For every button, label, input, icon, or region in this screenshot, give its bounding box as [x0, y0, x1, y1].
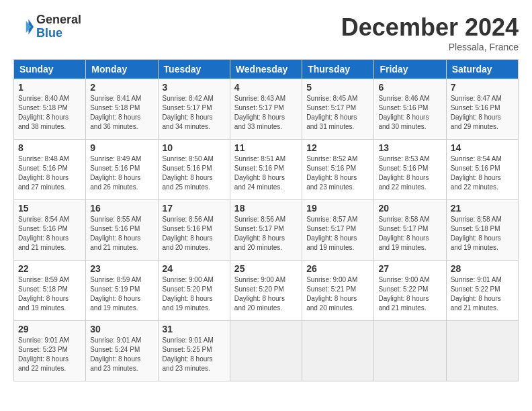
- calendar-cell: 5Sunrise: 8:45 AM Sunset: 5:17 PM Daylig…: [302, 79, 374, 140]
- calendar-cell: 17Sunrise: 8:56 AM Sunset: 5:16 PM Dayli…: [158, 200, 230, 261]
- col-thursday: Thursday: [302, 60, 374, 79]
- day-number: 17: [163, 203, 226, 214]
- calendar-cell: 25Sunrise: 9:00 AM Sunset: 5:20 PM Dayli…: [230, 261, 302, 321]
- day-number: 29: [18, 324, 81, 334]
- day-info: Sunrise: 9:01 AM Sunset: 5:24 PM Dayligh…: [90, 336, 153, 373]
- day-info: Sunrise: 8:51 AM Sunset: 5:16 PM Dayligh…: [234, 154, 298, 192]
- week-row-5: 29Sunrise: 9:01 AM Sunset: 5:23 PM Dayli…: [14, 321, 519, 381]
- day-info: Sunrise: 8:55 AM Sunset: 5:16 PM Dayligh…: [90, 215, 153, 253]
- week-row-4: 22Sunrise: 8:59 AM Sunset: 5:18 PM Dayli…: [14, 261, 519, 321]
- calendar-cell: 6Sunrise: 8:46 AM Sunset: 5:16 PM Daylig…: [374, 79, 446, 140]
- calendar-cell: 18Sunrise: 8:56 AM Sunset: 5:17 PM Dayli…: [230, 200, 302, 261]
- calendar-cell: 8Sunrise: 8:48 AM Sunset: 5:16 PM Daylig…: [14, 140, 86, 200]
- calendar-cell: 23Sunrise: 8:59 AM Sunset: 5:19 PM Dayli…: [86, 261, 158, 321]
- day-info: Sunrise: 8:45 AM Sunset: 5:17 PM Dayligh…: [306, 94, 369, 132]
- day-info: Sunrise: 9:00 AM Sunset: 5:22 PM Dayligh…: [378, 275, 441, 313]
- day-number: 2: [90, 82, 153, 93]
- day-number: 22: [18, 263, 81, 274]
- day-number: 20: [378, 203, 441, 214]
- calendar-cell: 13Sunrise: 8:53 AM Sunset: 5:16 PM Dayli…: [374, 140, 446, 200]
- day-number: 30: [90, 324, 153, 334]
- calendar-cell: 16Sunrise: 8:55 AM Sunset: 5:16 PM Dayli…: [86, 200, 158, 261]
- day-info: Sunrise: 8:53 AM Sunset: 5:16 PM Dayligh…: [378, 154, 441, 192]
- col-wednesday: Wednesday: [230, 60, 302, 79]
- day-number: 26: [306, 263, 369, 274]
- day-number: 8: [18, 142, 81, 153]
- day-number: 7: [451, 82, 514, 93]
- day-info: Sunrise: 8:40 AM Sunset: 5:18 PM Dayligh…: [18, 94, 81, 132]
- day-info: Sunrise: 9:01 AM Sunset: 5:25 PM Dayligh…: [163, 336, 226, 373]
- calendar-cell: 14Sunrise: 8:54 AM Sunset: 5:16 PM Dayli…: [446, 140, 518, 200]
- day-info: Sunrise: 9:00 AM Sunset: 5:20 PM Dayligh…: [234, 275, 298, 313]
- calendar-cell: 2Sunrise: 8:41 AM Sunset: 5:18 PM Daylig…: [86, 79, 158, 140]
- week-row-1: 1Sunrise: 8:40 AM Sunset: 5:18 PM Daylig…: [14, 79, 519, 140]
- calendar-cell: 15Sunrise: 8:54 AM Sunset: 5:16 PM Dayli…: [14, 200, 86, 261]
- calendar-cell: [446, 321, 518, 381]
- calendar-cell: 31Sunrise: 9:01 AM Sunset: 5:25 PM Dayli…: [158, 321, 230, 381]
- day-number: 31: [163, 324, 226, 334]
- day-number: 3: [163, 82, 226, 93]
- day-number: 1: [18, 82, 81, 93]
- day-number: 4: [234, 82, 298, 93]
- day-info: Sunrise: 8:46 AM Sunset: 5:16 PM Dayligh…: [378, 94, 441, 132]
- day-info: Sunrise: 8:56 AM Sunset: 5:17 PM Dayligh…: [234, 215, 298, 253]
- day-number: 12: [306, 142, 369, 153]
- calendar-cell: 26Sunrise: 9:00 AM Sunset: 5:21 PM Dayli…: [302, 261, 374, 321]
- day-info: Sunrise: 8:59 AM Sunset: 5:19 PM Dayligh…: [90, 275, 153, 313]
- calendar-cell: 12Sunrise: 8:52 AM Sunset: 5:16 PM Dayli…: [302, 140, 374, 200]
- calendar-cell: [302, 321, 374, 381]
- calendar-cell: 10Sunrise: 8:50 AM Sunset: 5:16 PM Dayli…: [158, 140, 230, 200]
- week-row-2: 8Sunrise: 8:48 AM Sunset: 5:16 PM Daylig…: [14, 140, 519, 200]
- day-info: Sunrise: 8:56 AM Sunset: 5:16 PM Dayligh…: [163, 215, 226, 253]
- day-number: 23: [90, 263, 153, 274]
- day-number: 6: [378, 82, 441, 93]
- col-saturday: Saturday: [446, 60, 518, 79]
- day-info: Sunrise: 9:01 AM Sunset: 5:23 PM Dayligh…: [18, 336, 81, 373]
- calendar-cell: 24Sunrise: 9:00 AM Sunset: 5:20 PM Dayli…: [158, 261, 230, 321]
- col-monday: Monday: [86, 60, 158, 79]
- calendar-cell: 20Sunrise: 8:58 AM Sunset: 5:17 PM Dayli…: [374, 200, 446, 261]
- calendar-table: Sunday Monday Tuesday Wednesday Thursday…: [13, 59, 519, 381]
- logo: General Blue: [13, 13, 81, 40]
- day-info: Sunrise: 8:47 AM Sunset: 5:16 PM Dayligh…: [451, 94, 514, 132]
- day-number: 10: [163, 142, 226, 153]
- col-tuesday: Tuesday: [158, 60, 230, 79]
- day-info: Sunrise: 8:52 AM Sunset: 5:16 PM Dayligh…: [306, 154, 369, 192]
- day-number: 15: [18, 203, 81, 214]
- day-number: 28: [451, 263, 514, 274]
- calendar-cell: 29Sunrise: 9:01 AM Sunset: 5:23 PM Dayli…: [14, 321, 86, 381]
- day-number: 25: [234, 263, 298, 274]
- calendar-cell: 9Sunrise: 8:49 AM Sunset: 5:16 PM Daylig…: [86, 140, 158, 200]
- day-info: Sunrise: 8:58 AM Sunset: 5:18 PM Dayligh…: [451, 215, 514, 253]
- week-row-3: 15Sunrise: 8:54 AM Sunset: 5:16 PM Dayli…: [14, 200, 519, 261]
- calendar-cell: 19Sunrise: 8:57 AM Sunset: 5:17 PM Dayli…: [302, 200, 374, 261]
- calendar-cell: 4Sunrise: 8:43 AM Sunset: 5:17 PM Daylig…: [230, 79, 302, 140]
- logo-general: General: [36, 13, 81, 27]
- calendar-cell: 7Sunrise: 8:47 AM Sunset: 5:16 PM Daylig…: [446, 79, 518, 140]
- calendar-cell: 11Sunrise: 8:51 AM Sunset: 5:16 PM Dayli…: [230, 140, 302, 200]
- day-info: Sunrise: 8:59 AM Sunset: 5:18 PM Dayligh…: [18, 275, 81, 313]
- day-info: Sunrise: 8:49 AM Sunset: 5:16 PM Dayligh…: [90, 154, 153, 192]
- calendar-cell: 21Sunrise: 8:58 AM Sunset: 5:18 PM Dayli…: [446, 200, 518, 261]
- logo-icon: [13, 17, 34, 37]
- calendar-cell: 27Sunrise: 9:00 AM Sunset: 5:22 PM Dayli…: [374, 261, 446, 321]
- day-info: Sunrise: 8:57 AM Sunset: 5:17 PM Dayligh…: [306, 215, 369, 253]
- day-number: 13: [378, 142, 441, 153]
- calendar-cell: 3Sunrise: 8:42 AM Sunset: 5:17 PM Daylig…: [158, 79, 230, 140]
- location: Plessala, France: [341, 42, 519, 52]
- day-number: 5: [306, 82, 369, 93]
- title-block: December 2024 Plessala, France: [341, 13, 519, 52]
- calendar-cell: 28Sunrise: 9:01 AM Sunset: 5:22 PM Dayli…: [446, 261, 518, 321]
- day-number: 19: [306, 203, 369, 214]
- col-sunday: Sunday: [14, 60, 86, 79]
- calendar-cell: [374, 321, 446, 381]
- day-info: Sunrise: 8:42 AM Sunset: 5:17 PM Dayligh…: [163, 94, 226, 132]
- calendar-cell: 30Sunrise: 9:01 AM Sunset: 5:24 PM Dayli…: [86, 321, 158, 381]
- calendar-cell: 22Sunrise: 8:59 AM Sunset: 5:18 PM Dayli…: [14, 261, 86, 321]
- day-number: 24: [163, 263, 226, 274]
- day-number: 11: [234, 142, 298, 153]
- day-info: Sunrise: 8:54 AM Sunset: 5:16 PM Dayligh…: [18, 215, 81, 253]
- day-info: Sunrise: 8:50 AM Sunset: 5:16 PM Dayligh…: [163, 154, 226, 192]
- day-number: 14: [451, 142, 514, 153]
- day-number: 16: [90, 203, 153, 214]
